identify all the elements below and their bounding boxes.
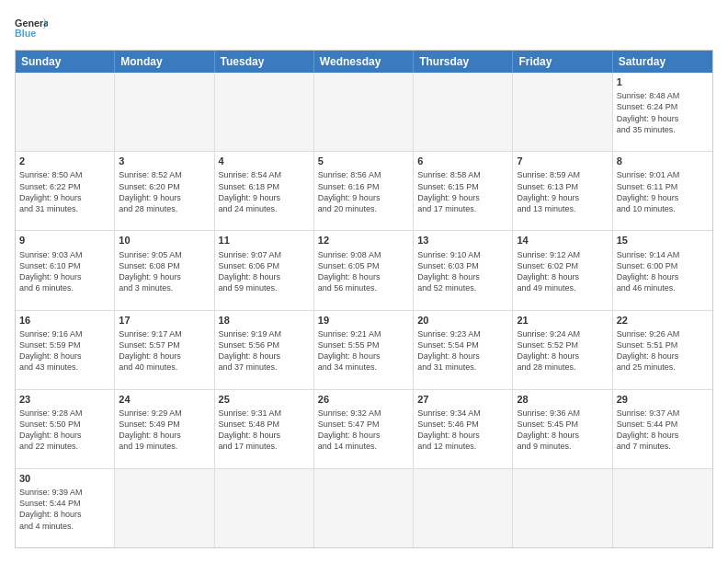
weekday-header: Monday	[115, 51, 214, 73]
day-info: Sunrise: 9:10 AM Sunset: 6:03 PM Dayligh…	[417, 249, 508, 294]
day-info: Sunrise: 9:19 AM Sunset: 5:56 PM Dayligh…	[219, 328, 310, 373]
day-cell: 5Sunrise: 8:56 AM Sunset: 6:16 PM Daylig…	[314, 152, 414, 230]
day-number: 8	[617, 155, 709, 167]
day-cell: 20Sunrise: 9:23 AM Sunset: 5:54 PM Dayli…	[414, 311, 513, 389]
day-cell: 13Sunrise: 9:10 AM Sunset: 6:03 PM Dayli…	[414, 231, 513, 309]
day-info: Sunrise: 9:34 AM Sunset: 5:46 PM Dayligh…	[417, 408, 508, 453]
day-info: Sunrise: 9:31 AM Sunset: 5:48 PM Dayligh…	[219, 408, 310, 453]
day-cell: 18Sunrise: 9:19 AM Sunset: 5:56 PM Dayli…	[215, 311, 314, 389]
empty-cell	[414, 73, 513, 151]
day-cell: 10Sunrise: 9:05 AM Sunset: 6:08 PM Dayli…	[115, 231, 214, 309]
calendar-header: SundayMondayTuesdayWednesdayThursdayFrid…	[16, 51, 712, 73]
day-info: Sunrise: 9:05 AM Sunset: 6:08 PM Dayligh…	[119, 249, 210, 294]
logo-icon: General Blue	[15, 15, 48, 40]
day-info: Sunrise: 9:21 AM Sunset: 5:55 PM Dayligh…	[318, 328, 409, 373]
weekday-header: Wednesday	[314, 51, 414, 73]
day-cell: 8Sunrise: 9:01 AM Sunset: 6:11 PM Daylig…	[613, 152, 712, 230]
day-number: 10	[119, 234, 210, 247]
day-cell: 21Sunrise: 9:24 AM Sunset: 5:52 PM Dayli…	[513, 311, 612, 389]
day-cell: 29Sunrise: 9:37 AM Sunset: 5:44 PM Dayli…	[613, 390, 712, 468]
day-info: Sunrise: 9:26 AM Sunset: 5:51 PM Dayligh…	[617, 328, 709, 373]
day-number: 3	[119, 155, 210, 167]
empty-cell	[314, 73, 414, 151]
day-cell: 3Sunrise: 8:52 AM Sunset: 6:20 PM Daylig…	[115, 152, 214, 230]
weekday-header: Tuesday	[215, 51, 314, 73]
day-number: 15	[617, 234, 709, 247]
day-number: 26	[318, 393, 409, 406]
day-cell: 25Sunrise: 9:31 AM Sunset: 5:48 PM Dayli…	[215, 390, 314, 468]
empty-cell	[215, 469, 314, 547]
day-info: Sunrise: 9:07 AM Sunset: 6:06 PM Dayligh…	[219, 249, 310, 294]
header: General Blue	[15, 15, 713, 40]
day-cell: 12Sunrise: 9:08 AM Sunset: 6:05 PM Dayli…	[314, 231, 414, 309]
day-number: 21	[517, 314, 608, 327]
day-cell: 1Sunrise: 8:48 AM Sunset: 6:24 PM Daylig…	[613, 73, 712, 151]
day-info: Sunrise: 9:29 AM Sunset: 5:49 PM Dayligh…	[119, 408, 210, 453]
day-info: Sunrise: 8:56 AM Sunset: 6:16 PM Dayligh…	[318, 169, 409, 214]
empty-cell	[115, 73, 214, 151]
day-cell: 4Sunrise: 8:54 AM Sunset: 6:18 PM Daylig…	[215, 152, 314, 230]
calendar-row: 2Sunrise: 8:50 AM Sunset: 6:22 PM Daylig…	[16, 151, 712, 230]
day-info: Sunrise: 8:54 AM Sunset: 6:18 PM Dayligh…	[219, 169, 310, 214]
day-info: Sunrise: 9:37 AM Sunset: 5:44 PM Dayligh…	[617, 408, 709, 453]
day-number: 6	[417, 155, 508, 167]
day-cell: 11Sunrise: 9:07 AM Sunset: 6:06 PM Dayli…	[215, 231, 314, 309]
day-number: 19	[318, 314, 409, 327]
day-info: Sunrise: 8:59 AM Sunset: 6:13 PM Dayligh…	[517, 169, 608, 214]
empty-cell	[613, 469, 712, 547]
day-info: Sunrise: 9:12 AM Sunset: 6:02 PM Dayligh…	[517, 249, 608, 294]
day-number: 24	[119, 393, 210, 406]
calendar-row: 1Sunrise: 8:48 AM Sunset: 6:24 PM Daylig…	[16, 73, 712, 151]
day-number: 7	[517, 155, 608, 167]
day-info: Sunrise: 8:52 AM Sunset: 6:20 PM Dayligh…	[119, 169, 210, 214]
empty-cell	[414, 469, 513, 547]
day-info: Sunrise: 9:23 AM Sunset: 5:54 PM Dayligh…	[417, 328, 508, 373]
day-number: 13	[417, 234, 508, 247]
empty-cell	[215, 73, 314, 151]
day-cell: 6Sunrise: 8:58 AM Sunset: 6:15 PM Daylig…	[414, 152, 513, 230]
calendar-body: 1Sunrise: 8:48 AM Sunset: 6:24 PM Daylig…	[16, 73, 712, 547]
day-number: 30	[19, 472, 110, 485]
day-number: 23	[19, 393, 110, 406]
day-cell: 17Sunrise: 9:17 AM Sunset: 5:57 PM Dayli…	[115, 311, 214, 389]
day-number: 29	[617, 393, 709, 406]
svg-text:Blue: Blue	[15, 28, 36, 39]
day-info: Sunrise: 9:24 AM Sunset: 5:52 PM Dayligh…	[517, 328, 608, 373]
calendar-row: 16Sunrise: 9:16 AM Sunset: 5:59 PM Dayli…	[16, 310, 712, 389]
day-number: 18	[219, 314, 310, 327]
day-number: 17	[119, 314, 210, 327]
day-info: Sunrise: 9:32 AM Sunset: 5:47 PM Dayligh…	[318, 408, 409, 453]
empty-cell	[115, 469, 214, 547]
day-info: Sunrise: 9:08 AM Sunset: 6:05 PM Dayligh…	[318, 249, 409, 294]
day-number: 20	[417, 314, 508, 327]
day-cell: 23Sunrise: 9:28 AM Sunset: 5:50 PM Dayli…	[16, 390, 115, 468]
day-number: 5	[318, 155, 409, 167]
day-info: Sunrise: 9:28 AM Sunset: 5:50 PM Dayligh…	[19, 408, 110, 453]
day-number: 27	[417, 393, 508, 406]
day-info: Sunrise: 8:50 AM Sunset: 6:22 PM Dayligh…	[19, 169, 110, 214]
day-info: Sunrise: 9:14 AM Sunset: 6:00 PM Dayligh…	[617, 249, 709, 294]
day-info: Sunrise: 9:39 AM Sunset: 5:44 PM Dayligh…	[19, 487, 110, 532]
day-number: 14	[517, 234, 608, 247]
day-info: Sunrise: 9:16 AM Sunset: 5:59 PM Dayligh…	[19, 328, 110, 373]
day-cell: 7Sunrise: 8:59 AM Sunset: 6:13 PM Daylig…	[513, 152, 612, 230]
day-number: 9	[19, 234, 110, 247]
day-info: Sunrise: 9:01 AM Sunset: 6:11 PM Dayligh…	[617, 169, 709, 214]
day-cell: 19Sunrise: 9:21 AM Sunset: 5:55 PM Dayli…	[314, 311, 414, 389]
day-cell: 28Sunrise: 9:36 AM Sunset: 5:45 PM Dayli…	[513, 390, 612, 468]
day-number: 16	[19, 314, 110, 327]
day-number: 2	[19, 155, 110, 167]
empty-cell	[16, 73, 115, 151]
day-info: Sunrise: 8:48 AM Sunset: 6:24 PM Dayligh…	[617, 90, 709, 135]
day-number: 28	[517, 393, 608, 406]
day-cell: 22Sunrise: 9:26 AM Sunset: 5:51 PM Dayli…	[613, 311, 712, 389]
calendar-row: 30Sunrise: 9:39 AM Sunset: 5:44 PM Dayli…	[16, 468, 712, 547]
day-cell: 15Sunrise: 9:14 AM Sunset: 6:00 PM Dayli…	[613, 231, 712, 309]
day-cell: 9Sunrise: 9:03 AM Sunset: 6:10 PM Daylig…	[16, 231, 115, 309]
empty-cell	[513, 469, 612, 547]
day-info: Sunrise: 9:36 AM Sunset: 5:45 PM Dayligh…	[517, 408, 608, 453]
day-cell: 27Sunrise: 9:34 AM Sunset: 5:46 PM Dayli…	[414, 390, 513, 468]
calendar-row: 9Sunrise: 9:03 AM Sunset: 6:10 PM Daylig…	[16, 230, 712, 309]
day-cell: 2Sunrise: 8:50 AM Sunset: 6:22 PM Daylig…	[16, 152, 115, 230]
weekday-header: Sunday	[16, 51, 115, 73]
